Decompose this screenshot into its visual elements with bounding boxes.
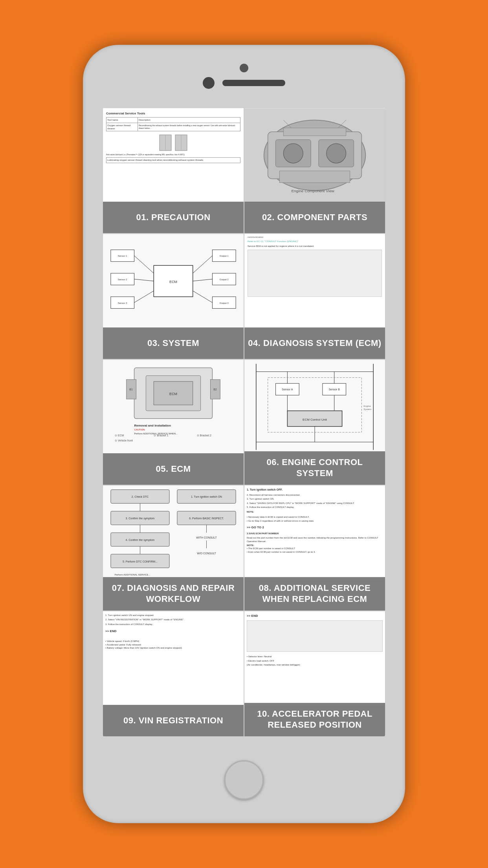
- svg-text:2. Check DTC: 2. Check DTC: [132, 495, 149, 498]
- svg-text:Sensor 1: Sensor 1: [118, 255, 128, 257]
- grid-item-03[interactable]: ECM Sensor 1 Sensor 2 Sensor 3 Outp: [103, 234, 244, 359]
- thumbnail-04: communication Refer to EC-12, "CONSULT F…: [244, 234, 385, 328]
- svg-text:Sensor 3: Sensor 3: [118, 302, 128, 304]
- svg-text:⊙ ECM: ⊙ ECM: [115, 434, 124, 437]
- label-06: 06. ENGINE CONTROL SYSTEM: [244, 451, 385, 485]
- label-05: 05. ECM: [103, 453, 244, 485]
- front-camera: [203, 77, 215, 89]
- svg-text:Output 1: Output 1: [220, 255, 229, 257]
- phone-frame: Commercial Service Tools Tool nameDescri…: [83, 45, 405, 823]
- svg-text:⊙ Vehicle front: ⊙ Vehicle front: [115, 439, 133, 442]
- svg-text:ECM: ECM: [169, 280, 177, 284]
- label-08: 08. ADDITIONAL SERVICE WHEN REPLACING EC…: [244, 577, 385, 611]
- label-04: 04. DIAGNOSIS SYSTEM (ECM): [244, 327, 385, 359]
- content-grid: Commercial Service Tools Tool nameDescri…: [103, 108, 385, 737]
- svg-point-9: [283, 143, 303, 163]
- svg-text:Perform ADDITIONAL SERVICE...: Perform ADDITIONAL SERVICE...: [115, 574, 150, 576]
- svg-text:⊙ Bracket 2: ⊙ Bracket 2: [197, 434, 211, 437]
- thumbnail-01: Commercial Service Tools Tool nameDescri…: [103, 108, 244, 202]
- thumbnail-07: 2. Check DTC 1. Turn ignition switch ON …: [103, 485, 244, 580]
- svg-text:Sensor A: Sensor A: [282, 388, 293, 391]
- svg-text:Sensor B: Sensor B: [328, 388, 340, 391]
- label-09: 09. VIN REGISTRATION: [103, 705, 244, 736]
- svg-text:Engine: Engine: [363, 405, 371, 407]
- svg-text:Output 2: Output 2: [220, 278, 229, 281]
- svg-text:Perform ADDITIONAL SERVICE WHE: Perform ADDITIONAL SERVICE WHEN...: [134, 432, 178, 435]
- svg-text:1. Turn ignition switch ON: 1. Turn ignition switch ON: [191, 495, 222, 498]
- svg-text:System: System: [363, 408, 371, 410]
- label-03: 03. SYSTEM: [103, 327, 244, 359]
- thumbnail-03: ECM Sensor 1 Sensor 2 Sensor 3 Outp: [103, 234, 244, 328]
- phone-top: [83, 45, 405, 108]
- svg-point-10: [327, 143, 346, 163]
- svg-text:3. Confirm the symptom: 3. Confirm the symptom: [126, 517, 155, 520]
- svg-text:ECM Control Unit: ECM Control Unit: [303, 418, 327, 421]
- svg-text:ECM: ECM: [169, 392, 177, 396]
- svg-text:W/O CONSULT: W/O CONSULT: [197, 552, 216, 555]
- label-02: 02. COMPONENT PARTS: [244, 202, 385, 233]
- label-10: 10. ACCELERATOR PEDAL RELEASED POSITION: [244, 703, 385, 736]
- thumbnail-06: Sensor A Sensor B ECM Control Unit Engin…: [244, 360, 385, 454]
- svg-text:B2: B2: [213, 388, 217, 391]
- home-button[interactable]: [224, 760, 264, 800]
- grid-item-09[interactable]: 1. Turn ignition switch UN and engine st…: [103, 611, 244, 737]
- grid-item-07[interactable]: 2. Check DTC 1. Turn ignition switch ON …: [103, 485, 244, 611]
- svg-text:B1: B1: [129, 388, 133, 391]
- svg-text:4. Confirm the symptom: 4. Confirm the symptom: [126, 539, 155, 542]
- thumbnail-08: 1. Turn ignition switch OFF. 2. Reconnec…: [244, 485, 385, 580]
- svg-text:WITH CONSULT: WITH CONSULT: [196, 536, 217, 539]
- thumbnail-10: >> END • Selector lever: Neutral • Elect…: [244, 611, 385, 706]
- svg-rect-14: [280, 171, 350, 183]
- phone-screen: Commercial Service Tools Tool nameDescri…: [103, 108, 385, 737]
- svg-text:Engine Component View: Engine Component View: [291, 189, 334, 193]
- svg-text:Removal and Installation: Removal and Installation: [134, 424, 171, 427]
- grid-item-10[interactable]: >> END • Selector lever: Neutral • Elect…: [244, 611, 385, 737]
- svg-rect-11: [283, 128, 346, 136]
- thumbnail-02: Engine Component View: [244, 108, 385, 202]
- grid-item-01[interactable]: Commercial Service Tools Tool nameDescri…: [103, 108, 244, 234]
- thumbnail-09: 1. Turn ignition switch UN and engine st…: [103, 611, 244, 706]
- label-07: 07. DIAGNOSIS AND REPAIR WORKFLOW: [103, 577, 244, 611]
- top-sensors: [203, 77, 285, 89]
- grid-item-06[interactable]: Sensor A Sensor B ECM Control Unit Engin…: [244, 359, 385, 485]
- speaker-bar: [222, 80, 285, 86]
- svg-text:CAUTION:: CAUTION:: [134, 428, 146, 431]
- phone-bottom: [83, 737, 405, 823]
- svg-text:Sensor 2: Sensor 2: [118, 278, 128, 281]
- thumbnail-05: ECM B1 B2 ⊙ ECM ⊙ Bracket 1 ⊙ Bracket 2 …: [103, 360, 244, 454]
- top-camera-dot: [240, 64, 248, 72]
- svg-text:Output 3: Output 3: [220, 302, 229, 304]
- grid-item-04[interactable]: communication Refer to EC-12, "CONSULT F…: [244, 234, 385, 359]
- svg-text:5. Perform DTC CONFIRM...: 5. Perform DTC CONFIRM...: [123, 560, 158, 563]
- grid-item-08[interactable]: 1. Turn ignition switch OFF. 2. Reconnec…: [244, 485, 385, 611]
- grid-item-05[interactable]: ECM B1 B2 ⊙ ECM ⊙ Bracket 1 ⊙ Bracket 2 …: [103, 359, 244, 485]
- svg-text:6. Perform BASIC INSPECT.: 6. Perform BASIC INSPECT.: [189, 517, 224, 520]
- label-01: 01. PRECAUTION: [103, 202, 244, 233]
- grid-item-02[interactable]: Engine Component View 02. COMPONENT PART…: [244, 108, 385, 234]
